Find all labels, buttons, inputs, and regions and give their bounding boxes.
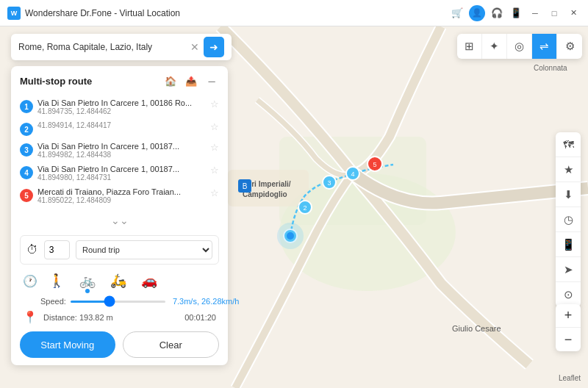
route-info-4: Via Di San Pietro In Carcere 1, 00187...… xyxy=(37,165,206,182)
titlebar: W Wondershare Dr.Fone - Virtual Location… xyxy=(0,0,588,26)
route-coords-2: 41.894914, 12.484417 xyxy=(37,121,206,129)
zoom-in-button[interactable]: + xyxy=(556,304,581,328)
settings-button[interactable]: ⚙ xyxy=(557,34,582,59)
cart-icon[interactable]: 🛒 xyxy=(450,6,465,21)
route-item-5: 5 Mercati di Traiano, Piazza Foro Traian… xyxy=(20,184,219,207)
route-info-2: 41.894914, 12.484417 xyxy=(37,121,206,129)
route-name-1: Via Di San Pietro In Carcere 1, 00186 Ro… xyxy=(37,98,206,107)
search-bar: ✕ ➜ xyxy=(11,34,232,60)
svg-text:5: 5 xyxy=(373,161,376,168)
current-location-button[interactable]: ⊙ xyxy=(556,282,581,307)
search-clear-icon[interactable]: ✕ xyxy=(190,41,199,53)
route-name-3: Via Di San Pietro In Carcere 1, 00187... xyxy=(37,142,206,151)
distance-row: 📍 Distance: 193.82 m 00:01:20 xyxy=(20,310,219,324)
maximize-button[interactable]: □ xyxy=(547,6,562,21)
route-item-4: 4 Via Di San Pietro In Carcere 1, 00187.… xyxy=(20,162,219,184)
route-star-4[interactable]: ☆ xyxy=(210,165,219,176)
teleport-mode-button[interactable]: ⊞ xyxy=(457,34,482,59)
route-star-5[interactable]: ☆ xyxy=(210,187,219,198)
panel-header: Multi-stop route 🏠 📤 ─ xyxy=(20,73,219,88)
route-star-2[interactable]: ☆ xyxy=(210,121,219,132)
headset-icon[interactable]: 🎧 xyxy=(490,6,504,21)
route-info-1: Via Di San Pietro In Carcere 1, 00186 Ro… xyxy=(37,98,206,115)
record-route-button[interactable]: ◎ xyxy=(507,34,532,59)
search-input[interactable] xyxy=(18,42,190,52)
svg-text:2: 2 xyxy=(303,204,306,212)
time-label: 00:01:20 xyxy=(184,313,216,322)
search-go-button[interactable]: ➜ xyxy=(204,37,224,57)
route-coords-1: 41.894735, 12.484462 xyxy=(37,107,206,115)
app-logo: W xyxy=(7,7,21,20)
speed-value: 7.3m/s, 26.28km/h xyxy=(173,297,240,306)
repeat-icon: ⏱ xyxy=(26,243,38,256)
svg-text:3: 3 xyxy=(327,179,331,187)
history-button[interactable]: ◷ xyxy=(556,207,581,232)
route-star-1[interactable]: ☆ xyxy=(210,98,219,109)
zoom-controls: + − xyxy=(556,304,581,351)
route-name-4: Via Di San Pietro In Carcere 1, 00187... xyxy=(37,165,206,173)
side-panel: Multi-stop route 🏠 📤 ─ 1 Via Di San Piet… xyxy=(11,66,228,365)
repeat-count-input[interactable] xyxy=(44,240,70,259)
expand-icon[interactable]: ⌄⌄ xyxy=(20,212,219,229)
map-attribution: Leaflet xyxy=(559,374,581,382)
route-num-3: 3 xyxy=(20,143,33,157)
svg-text:Giulio Cesare: Giulio Cesare xyxy=(452,324,501,333)
route-coords-3: 41.894982, 12.484438 xyxy=(37,151,206,159)
svg-text:4: 4 xyxy=(351,170,354,178)
export-route-icon[interactable]: 📤 xyxy=(184,73,198,88)
route-num-1: 1 xyxy=(20,100,33,113)
route-item-2: 2 41.894914, 12.484417 ☆ xyxy=(20,118,219,139)
controls-row: ⏱ Round trip One way xyxy=(20,235,219,265)
svg-point-19 xyxy=(287,232,294,240)
titlebar-icons: 🛒 👤 🎧 📱 ─ □ ✕ xyxy=(450,5,581,21)
favorite-button[interactable]: ★ xyxy=(556,157,581,182)
route-list: 1 Via Di San Pietro In Carcere 1, 00186 … xyxy=(20,96,219,207)
route-coords-5: 41.895022, 12.484809 xyxy=(37,196,206,204)
route-info-5: Mercati di Traiano, Piazza Foro Traian..… xyxy=(37,187,206,204)
route-num-4: 4 xyxy=(20,166,33,179)
route-name-5: Mercati di Traiano, Piazza Foro Traian..… xyxy=(37,187,206,196)
speed-slider[interactable] xyxy=(71,301,165,303)
route-info-3: Via Di San Pietro In Carcere 1, 00187...… xyxy=(37,142,206,159)
panel-title: Multi-stop route xyxy=(20,76,92,87)
save-route-icon[interactable]: 🏠 xyxy=(163,73,178,88)
open-maps-button[interactable]: 🗺 xyxy=(556,132,581,157)
minimize-panel-icon[interactable]: ─ xyxy=(204,73,219,88)
clear-button[interactable]: Clear xyxy=(123,331,220,358)
top-toolbar: ⊞ ✦ ◎ ⇌ ⚙ xyxy=(457,34,582,59)
zoom-out-button[interactable]: − xyxy=(556,328,581,351)
distance-label: Distance: 193.82 m xyxy=(43,313,113,322)
device-button[interactable]: 📱 xyxy=(556,232,581,257)
route-star-3[interactable]: ☆ xyxy=(210,142,219,153)
btn-row: Start Moving Clear xyxy=(20,331,219,358)
close-button[interactable]: ✕ xyxy=(566,6,581,21)
svg-text:Colonnata: Colonnata xyxy=(534,64,567,72)
route-num-2: 2 xyxy=(20,123,33,136)
right-side-tools: 🗺 ★ ⬇ ◷ 📱 ➤ ⊙ xyxy=(556,132,581,307)
svg-text:B: B xyxy=(243,182,248,190)
minimize-button[interactable]: ─ xyxy=(528,6,542,21)
multi-stop-button[interactable]: ⇌ xyxy=(532,34,557,59)
route-coords-4: 41.894980, 12.484731 xyxy=(37,173,206,182)
speed-row: Speed: 7.3m/s, 26.28km/h xyxy=(20,297,219,306)
navigate-button[interactable]: ➤ xyxy=(556,257,581,282)
panel-actions: 🏠 📤 ─ xyxy=(163,73,219,88)
trip-type-select[interactable]: Round trip One way xyxy=(76,240,212,259)
car-mode-button[interactable]: 🚗 xyxy=(137,270,161,291)
walk-mode-button[interactable]: 🚶 xyxy=(45,270,68,291)
transport-row: 🕐 🚶 🚲 🛵 🚗 xyxy=(20,270,219,291)
download-button[interactable]: ⬇ xyxy=(556,182,581,207)
speedometer-icon: 🕐 xyxy=(23,274,37,288)
jump-teleport-button[interactable]: ✦ xyxy=(482,34,507,59)
route-item-3: 3 Via Di San Pietro In Carcere 1, 00187.… xyxy=(20,139,219,162)
start-moving-button[interactable]: Start Moving xyxy=(20,331,115,358)
bike-mode-button[interactable]: 🚲 xyxy=(76,270,99,291)
speed-label: Speed: xyxy=(40,297,66,306)
route-num-5: 5 xyxy=(20,189,33,202)
phone-icon[interactable]: 📱 xyxy=(509,6,523,21)
route-item-1: 1 Via Di San Pietro In Carcere 1, 00186 … xyxy=(20,96,219,118)
location-icon: 📍 xyxy=(23,310,37,324)
user-icon[interactable]: 👤 xyxy=(469,5,485,21)
scooter-mode-button[interactable]: 🛵 xyxy=(107,270,130,291)
app-title: Wondershare Dr.Fone - Virtual Location xyxy=(25,8,450,18)
